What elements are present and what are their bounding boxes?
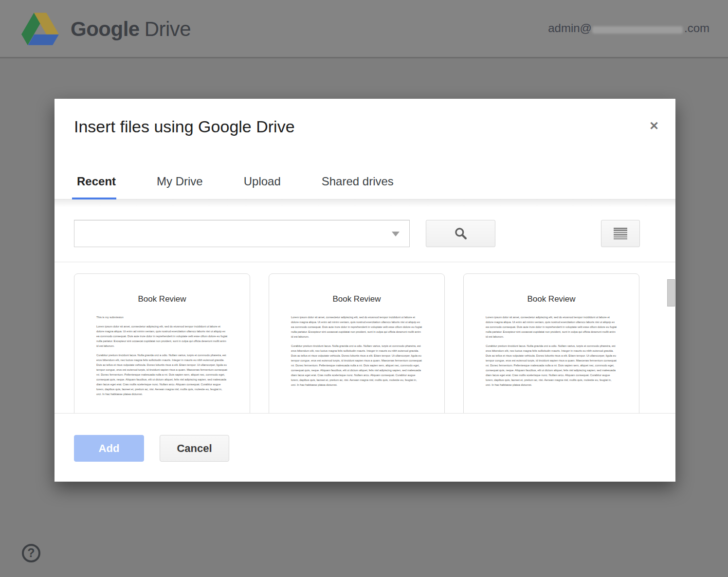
google-drive-triangle-icon <box>21 13 59 45</box>
insert-files-dialog: Insert files using Google Drive ✕ Recent… <box>55 99 675 482</box>
files-grid: Book Review This is my submission Lorem … <box>55 262 675 413</box>
caret-down-icon <box>392 232 400 236</box>
dialog-footer: Add Cancel <box>55 413 675 482</box>
document-preview-text: This is my submission Lorem ipsum dolor … <box>96 315 228 397</box>
page-header: GoogleDrive admin@.com <box>0 0 728 58</box>
document-title: Book Review <box>464 294 639 304</box>
account-email: admin@.com <box>548 21 710 35</box>
file-card[interactable]: Book Review This is my submission Lorem … <box>74 273 250 413</box>
search-filter-bar <box>55 199 675 262</box>
document-title: Book Review <box>269 294 444 304</box>
view-toggle-button[interactable] <box>601 220 640 247</box>
product-name: GoogleDrive <box>71 18 191 41</box>
document-preview-text: Lorem ipsum dolor sit amet, consectetur … <box>291 315 422 387</box>
document-title: Book Review <box>74 294 250 304</box>
tab-recent[interactable]: Recent <box>77 163 116 199</box>
google-drive-logo: GoogleDrive <box>21 13 191 45</box>
tab-shared-drives[interactable]: Shared drives <box>322 163 394 199</box>
file-type-dropdown[interactable] <box>74 220 410 247</box>
file-card[interactable]: Book Review Lorem ipsum dolor sit amet, … <box>269 273 445 413</box>
tab-upload[interactable]: Upload <box>244 163 281 199</box>
search-button[interactable] <box>426 220 495 247</box>
dialog-title: Insert files using Google Drive <box>74 117 295 136</box>
tab-my-drive[interactable]: My Drive <box>157 163 203 199</box>
close-button[interactable]: ✕ <box>645 117 663 135</box>
search-icon <box>453 226 469 241</box>
email-prefix: admin@ <box>548 21 592 35</box>
close-icon: ✕ <box>649 120 659 132</box>
cancel-button[interactable]: Cancel <box>160 435 229 462</box>
scrollbar-thumb[interactable] <box>667 279 675 307</box>
tab-bar: Recent My Drive Upload Shared drives <box>55 163 675 199</box>
email-redaction <box>592 26 683 34</box>
email-suffix: .com <box>684 21 710 35</box>
add-button[interactable]: Add <box>74 435 144 462</box>
list-view-icon <box>614 228 627 239</box>
question-mark-icon: ? <box>27 546 35 560</box>
file-card[interactable]: Book Review Lorem ipsum dolor sit amet, … <box>463 273 639 413</box>
document-preview-text: Lorem ipsum dolor sit amet, consectetur … <box>486 315 617 387</box>
help-button[interactable]: ? <box>22 544 40 562</box>
